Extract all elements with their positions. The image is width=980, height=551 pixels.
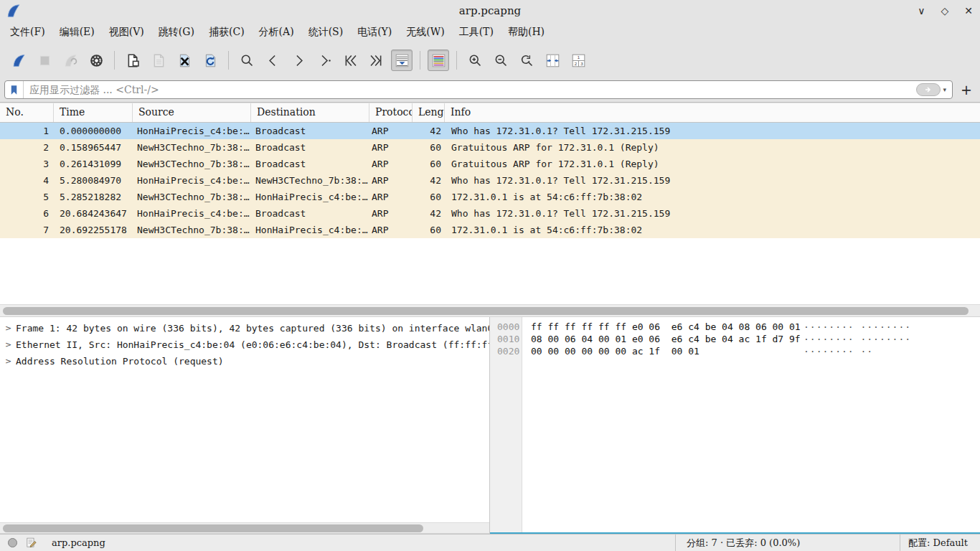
expert-info-icon[interactable] [6,537,19,549]
start-capture-icon [11,53,27,68]
scrollbar-thumb[interactable] [3,524,423,532]
svg-text:2: 2 [574,61,577,66]
find-packet-button[interactable] [236,50,258,71]
zoom-reset-button[interactable] [516,50,537,71]
title-bar: arp.pcapng ∨◇✕ [0,0,980,22]
menu-c[interactable]: 捕获(C) [202,23,252,42]
menu-g[interactable]: 跳转(G) [151,23,202,42]
packet-row-4[interactable]: 45.280084970HonHaiPrecis_c4:be:…NewH3CTe… [0,172,980,189]
hex-row-0020[interactable]: 002000 00 00 00 00 00 ac 1f 00 01·······… [490,345,980,357]
column-header-length[interactable]: Length [413,103,445,122]
packet-details-pane: >Frame 1: 42 bytes on wire (336 bits), 4… [0,317,490,534]
zoom-out-button[interactable] [490,50,512,71]
apply-filter-button[interactable] [916,83,941,96]
menu-w[interactable]: 无线(W) [399,23,451,42]
save-file-icon [151,53,166,68]
expander-icon[interactable]: > [5,353,11,369]
open-file-icon [126,53,141,68]
menu-y[interactable]: 电话(Y) [350,23,399,42]
go-to-packet-icon [317,53,332,68]
go-back-button[interactable] [262,50,283,71]
window-title: arp.pcapng [0,4,980,17]
menu-e[interactable]: 编辑(E) [52,23,102,42]
column-header-protocol[interactable]: Protocol [369,103,413,122]
expander-icon[interactable]: > [5,336,11,353]
main-toolbar: 123 [0,43,980,77]
detail-line-1[interactable]: >Ethernet II, Src: HonHaiPrecis_c4:be:04… [0,336,489,353]
window-controls: ∨◇✕ [918,0,973,22]
close-button[interactable]: ✕ [964,5,973,17]
menu-a[interactable]: 分析(A) [252,23,301,42]
hex-row-0010[interactable]: 001008 00 06 04 00 01 e0 06 e6 c4 be 04 … [490,333,980,345]
column-header-source[interactable]: Source [133,103,251,122]
detail-line-0[interactable]: >Frame 1: 42 bytes on wire (336 bits), 4… [0,320,489,336]
go-forward-button[interactable] [288,50,309,71]
details-hscrollbar[interactable] [0,522,489,534]
status-file-name: arp.pcapng [52,537,105,548]
stop-capture-icon [37,53,52,68]
scrollbar-thumb[interactable] [3,307,969,315]
packet-list-hscrollbar[interactable] [0,304,980,317]
go-first-packet-icon [343,53,358,68]
filter-bookmark-button[interactable] [5,81,24,98]
minimize-button[interactable]: ∨ [918,5,925,17]
close-file-button[interactable] [174,50,195,71]
expander-icon[interactable]: > [5,320,11,336]
apply-arrow-icon [923,85,934,94]
start-capture-button[interactable] [8,50,29,71]
column-header-destination[interactable]: Destination [251,103,369,122]
reload-file-button[interactable] [199,50,221,71]
detail-line-2[interactable]: >Address Resolution Protocol (request) [0,353,489,369]
find-packet-icon [240,53,255,68]
zoom-out-icon [494,53,509,68]
go-back-icon [265,53,281,68]
menu-f[interactable]: 文件(F) [3,23,52,42]
toolbar-separator [456,51,457,70]
status-profile[interactable]: 配置: Default [900,534,980,551]
packet-row-3[interactable]: 30.261431099NewH3CTechno_7b:38:…Broadcas… [0,156,980,172]
hex-ascii: ········ ········ [804,334,911,344]
go-first-packet-button[interactable] [339,50,361,71]
restart-capture-icon [63,53,78,68]
bookmark-icon [9,85,19,95]
hex-row-0000[interactable]: 0000ff ff ff ff ff ff e0 06 e6 c4 be 04 … [490,321,980,333]
go-last-packet-button[interactable] [365,50,387,71]
go-forward-icon [291,53,306,68]
save-file-button [148,50,169,71]
column-header-info[interactable]: Info [445,103,980,122]
menu-s[interactable]: 统计(S) [301,23,351,42]
packet-row-6[interactable]: 620.684243647HonHaiPrecis_c4:be:…Broadca… [0,205,980,222]
menu-h[interactable]: 帮助(H) [501,23,552,42]
resize-columns-button[interactable] [542,50,563,71]
column-header-no[interactable]: No. [0,103,54,122]
packet-row-7[interactable]: 720.692255178NewH3CTechno_7b:38:…HonHaiP… [0,222,980,238]
display-filter-input[interactable] [24,81,916,98]
capture-comment-icon[interactable] [25,537,37,549]
menu-t[interactable]: 工具(T) [452,23,501,42]
reload-file-icon [203,53,218,68]
capture-options-button[interactable] [85,50,107,71]
reset-layout-button[interactable]: 123 [567,50,589,71]
hex-bytes: 00 00 00 00 00 00 ac 1f 00 01 [522,345,804,357]
colorize-packets-button[interactable] [428,50,449,71]
auto-scroll-icon [395,53,410,68]
go-to-packet-button[interactable] [314,50,335,71]
packet-row-1-selected[interactable]: 10.000000000HonHaiPrecis_c4:be:…Broadcas… [0,123,980,139]
filter-dropdown-caret[interactable]: ▾ [943,86,946,93]
packet-list: 10.000000000HonHaiPrecis_c4:be:…Broadcas… [0,123,980,238]
add-filter-button[interactable]: + [957,80,976,99]
maximize-button[interactable]: ◇ [941,5,948,17]
menu-v[interactable]: 视图(V) [102,23,151,42]
auto-scroll-button[interactable] [391,50,413,71]
open-file-button[interactable] [122,50,143,71]
packet-row-2[interactable]: 20.158965447NewH3CTechno_7b:38:…Broadcas… [0,139,980,156]
lower-panes: >Frame 1: 42 bytes on wire (336 bits), 4… [0,317,980,534]
close-file-icon [177,53,192,68]
packet-row-5[interactable]: 55.285218282NewH3CTechno_7b:38:…HonHaiPr… [0,189,980,205]
column-header-time[interactable]: Time [54,103,133,122]
colorize-packets-icon [431,53,446,68]
zoom-reset-icon [519,53,534,68]
display-filter-field[interactable]: ▾ [4,80,953,99]
hex-bytes: ff ff ff ff ff ff e0 06 e6 c4 be 04 08 0… [522,321,804,333]
zoom-in-button[interactable] [464,50,486,71]
